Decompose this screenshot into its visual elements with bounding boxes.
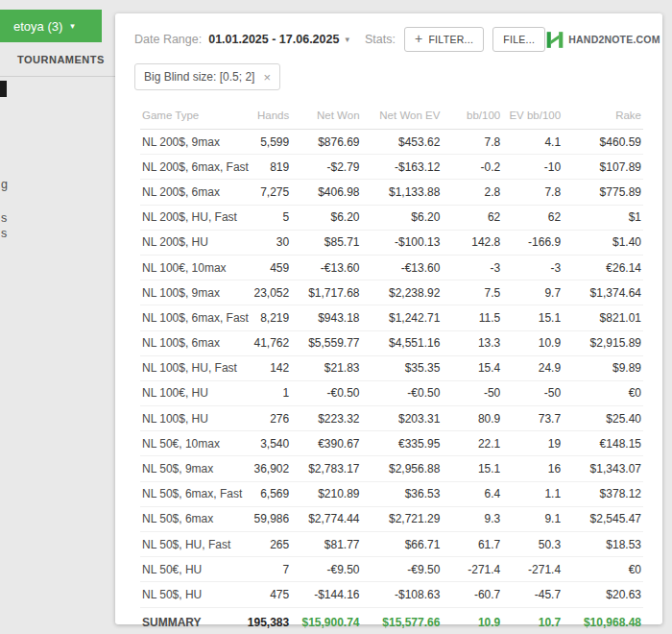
cell-net-won-ev: $1,133.88	[362, 180, 443, 205]
file-button[interactable]: FILE...	[492, 27, 545, 52]
cell-net-won: -$144.16	[291, 582, 361, 607]
cell-bb100: -271.4	[442, 557, 502, 582]
cell-net-won-ev: -$100.13	[362, 230, 443, 255]
cell-net-won-ev: $203.31	[362, 406, 443, 431]
cell-bb100: 62	[442, 205, 502, 230]
column-header-ev-bb-100[interactable]: EV bb/100	[502, 102, 563, 130]
sidebar-item-fragment[interactable]: s	[1, 227, 12, 240]
table-row[interactable]: NL 100$, HU, Fast142$21.83$35.3515.424.9…	[140, 355, 643, 380]
cell-rake: $9.89	[563, 355, 643, 380]
sidebar-item-fragment[interactable]: s	[1, 211, 12, 225]
cell-ev-bb100: 62	[502, 205, 563, 230]
cell-net-won: $223.32	[291, 406, 361, 431]
sidebar-item-fragment[interactable]: g	[1, 178, 12, 191]
cell-rake: $2,915.89	[563, 330, 643, 355]
cell-ev-bb100: -271.4	[502, 557, 563, 582]
cell-ev-bb100: 24.9	[502, 355, 563, 380]
date-range-value[interactable]: 01.01.2025 - 17.06.2025	[208, 33, 339, 46]
cell-ev-bb100: -50	[502, 380, 563, 405]
cell-hands: 7,275	[241, 180, 291, 205]
cell-ev-bb100: 19	[502, 431, 563, 456]
cell-game-type: SUMMARY	[140, 607, 241, 634]
cell-rake: $2,545.47	[563, 506, 643, 531]
cell-game-type: NL 100$, 6max, Fast	[140, 305, 241, 330]
table-row[interactable]: NL 100$, 9max23,052$1,717.68$2,238.927.5…	[140, 280, 643, 305]
cell-net-won: €390.67	[291, 431, 361, 456]
cell-net-won: $6.20	[291, 205, 361, 230]
table-row[interactable]: NL 100$, HU276$223.32$203.3180.973.7$25.…	[140, 406, 643, 431]
toolbar: Date Range: 01.01.2025 - 17.06.2025 ▾ St…	[115, 13, 662, 52]
cell-rake: $1	[563, 205, 643, 230]
cell-ev-bb100: 16	[502, 456, 563, 481]
table-body: NL 200$, 9max5,599$876.69$453.627.84.1$4…	[140, 130, 643, 634]
cell-rake: $18.53	[563, 532, 643, 557]
cell-rake: €26.14	[563, 255, 643, 280]
column-header-net-won-ev[interactable]: Net Won EV	[362, 102, 443, 130]
account-label: etoya (3)	[13, 19, 62, 34]
stats-label: Stats:	[365, 33, 396, 46]
date-range-label: Date Range:	[134, 33, 202, 46]
table-row[interactable]: NL 100€, HU1-€0.50-€0.50-50-50€0	[140, 380, 643, 405]
account-selector[interactable]: etoya (3) ▾	[0, 10, 102, 42]
cell-ev-bb100: 1.1	[502, 481, 563, 506]
close-icon[interactable]: ×	[263, 71, 271, 84]
column-header-game-type[interactable]: Game Type	[140, 102, 241, 130]
cell-bb100: 11.5	[442, 305, 502, 330]
table-row[interactable]: NL 50€, HU7-€9.50-€9.50-271.4-271.4€0	[140, 557, 643, 582]
column-header-rake[interactable]: Rake	[563, 102, 643, 130]
cell-net-won: $2,774.44	[291, 506, 361, 531]
table-row[interactable]: NL 100€, 10max459-€13.60-€13.60-3-3€26.1…	[140, 255, 643, 280]
cell-net-won-ev: $2,956.88	[362, 456, 443, 481]
cell-hands: 23,052	[241, 280, 291, 305]
cell-hands: 59,986	[241, 506, 291, 531]
table-row[interactable]: NL 200$, HU, Fast5$6.20$6.206262$1	[140, 205, 643, 230]
table-row[interactable]: NL 50$, 6max, Fast6,569$210.89$36.536.41…	[140, 481, 643, 506]
cell-net-won: -€13.60	[291, 255, 361, 280]
hand2note-logo-icon	[545, 31, 564, 49]
add-filter-button-label: FILTER...	[428, 34, 473, 45]
table-row[interactable]: NL 50$, 6max59,986$2,774.44$2,721.299.39…	[140, 506, 643, 531]
cell-bb100: 13.3	[442, 330, 502, 355]
add-filter-button[interactable]: + FILTER...	[404, 27, 484, 52]
column-header-hands[interactable]: Hands	[241, 102, 291, 130]
table-row[interactable]: NL 50$, HU475-$144.16-$108.63-60.7-45.7$…	[140, 582, 643, 607]
table-row[interactable]: NL 100$, 6max, Fast8,219$943.18$1,242.71…	[140, 305, 643, 330]
cell-game-type: NL 200$, HU	[140, 230, 241, 255]
cell-ev-bb100: 15.1	[502, 305, 563, 330]
cell-net-won-ev: €335.95	[362, 431, 443, 456]
cell-game-type: NL 200$, 6max, Fast	[140, 155, 241, 180]
summary-row[interactable]: SUMMARY195,383$15,900.74$15,577.6610.910…	[140, 607, 643, 634]
cell-game-type: NL 50$, 6max, Fast	[140, 481, 241, 506]
column-header-bb-100[interactable]: bb/100	[442, 102, 502, 130]
table-row[interactable]: NL 200$, HU30$85.71-$100.13142.8-166.9$1…	[140, 230, 643, 255]
cell-ev-bb100: 10.7	[502, 607, 563, 634]
cell-net-won-ev: $35.35	[362, 355, 443, 380]
cell-rake: €0	[563, 380, 643, 405]
cell-net-won: $406.98	[291, 180, 361, 205]
cell-bb100: 10.9	[442, 607, 502, 634]
cell-hands: 41,762	[241, 330, 291, 355]
cell-net-won-ev: $1,242.71	[362, 305, 443, 330]
chevron-down-icon[interactable]: ▾	[345, 35, 349, 44]
table-row[interactable]: NL 200$, 6max, Fast819-$2.79-$163.12-0.2…	[140, 155, 643, 180]
table-row[interactable]: NL 50$, HU, Fast265$81.77$66.7161.750.3$…	[140, 532, 643, 557]
table-row[interactable]: NL 100$, 6max41,762$5,559.77$4,551.1613.…	[140, 330, 643, 355]
filter-chip-big-blind[interactable]: Big Blind size: [0.5; 2] ×	[134, 63, 280, 90]
cell-hands: 276	[241, 406, 291, 431]
cell-net-won-ev: -€0.50	[362, 380, 443, 405]
table-row[interactable]: NL 200$, 6max7,275$406.98$1,133.882.87.8…	[140, 180, 643, 205]
cell-bb100: 7.8	[442, 130, 502, 155]
table-row[interactable]: NL 50$, 9max36,902$2,783.17$2,956.8815.1…	[140, 456, 643, 481]
table-row[interactable]: NL 200$, 9max5,599$876.69$453.627.84.1$4…	[140, 130, 643, 155]
table-row[interactable]: NL 50€, 10max3,540€390.67€335.9522.119€1…	[140, 431, 643, 456]
cell-game-type: NL 100€, HU	[140, 380, 241, 405]
cell-ev-bb100: 7.8	[502, 180, 563, 205]
cell-net-won: $210.89	[291, 481, 361, 506]
cell-game-type: NL 100$, HU, Fast	[140, 355, 241, 380]
cell-bb100: 80.9	[442, 406, 502, 431]
hand2note-logo[interactable]: HAND2NOTE.COM	[545, 31, 663, 49]
column-header-net-won[interactable]: Net Won	[291, 102, 361, 130]
cell-net-won-ev: -$163.12	[362, 155, 443, 180]
tab-tournaments[interactable]: TOURNAMENTS	[17, 54, 105, 65]
file-button-label: FILE...	[503, 34, 535, 45]
